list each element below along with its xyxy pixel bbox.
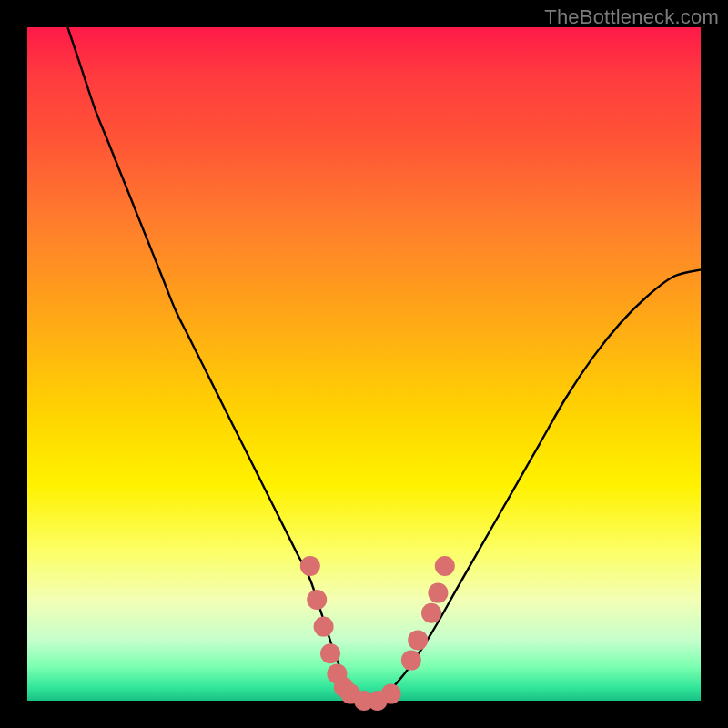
curve-marker [300,556,320,576]
curve-marker [401,651,421,671]
curve-marker [307,590,327,610]
watermark-text: TheBottleneck.com [544,5,719,29]
chart-svg [27,27,701,701]
curve-marker [320,643,340,663]
curve-marker [421,603,441,623]
curve-marker [435,556,455,576]
chart-frame: TheBottleneck.com [0,0,728,728]
plot-area [27,27,701,701]
bottleneck-curve [67,27,701,703]
curve-marker [314,617,334,637]
curve-marker [428,583,448,603]
curve-marker [408,630,428,650]
curve-marker [381,684,401,704]
